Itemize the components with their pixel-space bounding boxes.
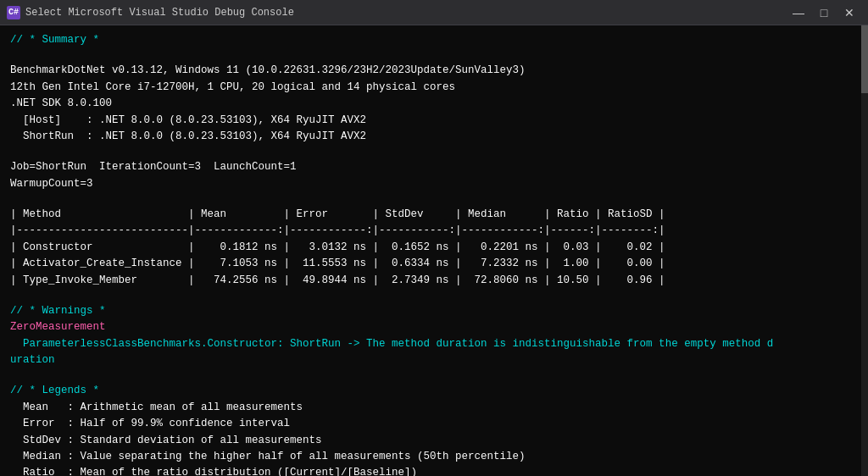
table-row: | Type_Invoke_Member | 74.2556 ns | 49.8… [10,273,858,289]
console-line: Mean : Arithmetic mean of all measuremen… [10,400,858,416]
console-line: WarmupCount=3 [10,176,858,192]
console-line: Error : Half of 99.9% confidence interva… [10,416,858,432]
window-controls: — □ ✕ [787,4,861,21]
table-header: | Method | Mean | Error | StdDev | Media… [10,207,858,223]
console-line [10,145,858,159]
console-line [10,192,858,207]
legends-heading: // * Legends * [10,385,99,396]
console-line [10,48,858,63]
console-line: .NET SDK 8.0.100 [10,96,858,112]
console-line: 12th Gen Intel Core i7-12700H, 1 CPU, 20… [10,80,858,96]
scrollbar[interactable] [861,25,868,476]
console-line: uration [10,352,858,368]
console-output: // * Summary * BenchmarkDotNet v0.13.12,… [0,25,868,476]
maximize-button[interactable]: □ [812,4,836,21]
console-line: BenchmarkDotNet v0.13.12, Windows 11 (10… [10,63,858,79]
console-line: [Host] : .NET 8.0.0 (8.0.23.53103), X64 … [10,113,858,129]
console-line: // * Warnings * [10,303,858,319]
scrollbar-thumb[interactable] [861,25,868,93]
title-bar-left: C# Select Microsoft Visual Studio Debug … [7,6,294,19]
console-line [10,368,858,383]
warnings-heading: // * Warnings * [10,305,106,317]
console-line: ParameterlessClassBenchmarks.Constructor… [10,336,858,352]
title-bar: C# Select Microsoft Visual Studio Debug … [0,0,868,25]
console-line [10,289,858,303]
close-button[interactable]: ✕ [837,4,861,21]
console-line: ShortRun : .NET 8.0.0 (8.0.23.53103), X6… [10,129,858,145]
console-line: ZeroMeasurement [10,319,858,335]
console-line: // * Summary * [10,32,858,48]
table-separator: |---------------------------|-----------… [10,223,858,239]
table-row: | Constructor | 0.1812 ns | 3.0132 ns | … [10,240,858,256]
summary-heading: // * Summary * [10,34,99,46]
console-line: // * Legends * [10,383,858,399]
minimize-button[interactable]: — [787,4,810,21]
console-line: Job=ShortRun IterationCount=3 LaunchCoun… [10,159,858,175]
window-title: Select Microsoft Visual Studio Debug Con… [25,7,294,19]
app-icon: C# [7,6,20,19]
table-row: | Activator_Create_Instance | 7.1053 ns … [10,256,858,272]
window: C# Select Microsoft Visual Studio Debug … [0,0,868,476]
console-line: Median : Value separating the higher hal… [10,449,858,465]
console-line: StdDev : Standard deviation of all measu… [10,433,858,449]
console-line: Ratio : Mean of the ratio distribution (… [10,465,858,476]
